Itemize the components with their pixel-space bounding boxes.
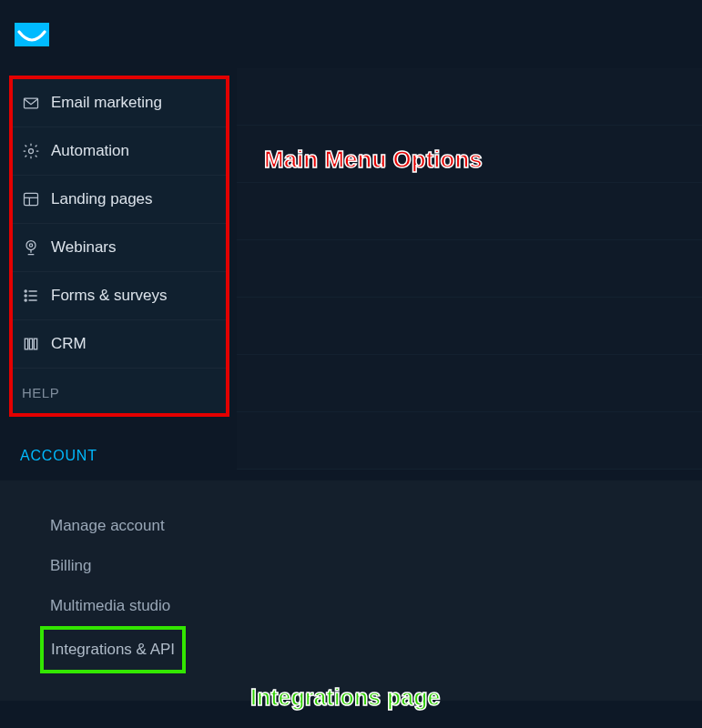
sidebar-item-label: Forms & surveys [51, 287, 168, 305]
svg-rect-0 [25, 98, 38, 108]
sidebar-item-forms-surveys[interactable]: Forms & surveys [13, 272, 226, 320]
sidebar-item-label: CRM [51, 335, 86, 353]
svg-rect-2 [25, 193, 38, 205]
columns-icon [22, 335, 40, 353]
sidebar-item-label: Automation [51, 142, 129, 160]
list-icon [22, 287, 40, 305]
account-header-label: ACCOUNT [20, 448, 97, 463]
sidebar-item-label: Landing pages [51, 190, 153, 208]
svg-point-5 [26, 241, 36, 250]
submenu-label: Integrations & API [51, 641, 175, 658]
sidebar-item-automation[interactable]: Automation [13, 127, 226, 176]
svg-rect-15 [34, 339, 36, 349]
webcam-icon [22, 238, 40, 257]
gear-icon [22, 142, 40, 160]
svg-point-1 [29, 149, 34, 154]
sidebar-item-help[interactable]: HELP [13, 369, 226, 413]
app-logo[interactable] [15, 23, 49, 46]
svg-point-6 [29, 244, 32, 247]
main-menu: Email marketing Automation Landing pages [9, 76, 229, 417]
sidebar-item-webinars[interactable]: Webinars [13, 224, 226, 272]
svg-point-11 [25, 299, 26, 301]
smile-icon [15, 30, 49, 46]
svg-point-9 [25, 295, 26, 297]
layout-icon [22, 190, 40, 208]
submenu-label: Multimedia studio [50, 597, 170, 614]
content-area [237, 68, 702, 728]
submenu-item-integrations-api[interactable]: Integrations & API [40, 626, 186, 673]
sidebar-item-email-marketing[interactable]: Email marketing [13, 79, 226, 127]
sidebar-item-landing-pages[interactable]: Landing pages [13, 176, 226, 224]
svg-point-7 [25, 290, 26, 292]
svg-rect-13 [25, 339, 27, 349]
sidebar-item-label: Webinars [51, 238, 117, 257]
sidebar-item-label: Email marketing [51, 94, 162, 112]
sidebar-item-crm[interactable]: CRM [13, 320, 226, 369]
svg-rect-14 [29, 339, 32, 349]
sidebar-item-label: HELP [22, 385, 59, 400]
submenu-label: Manage account [50, 517, 165, 534]
mail-icon [22, 94, 40, 112]
submenu-label: Billing [50, 557, 91, 574]
